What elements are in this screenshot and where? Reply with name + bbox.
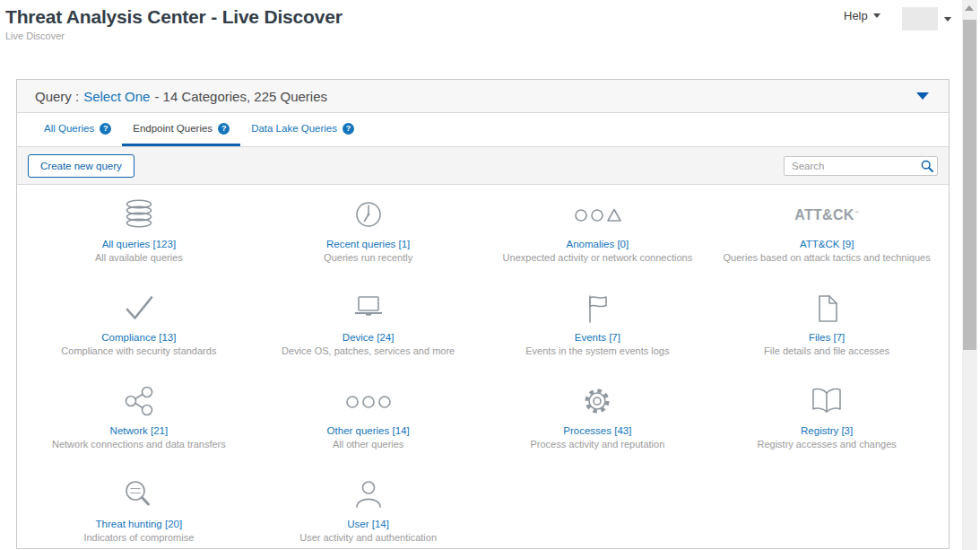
category-card-recent-queries[interactable]: Recent queries [1] Queries run recently: [254, 192, 483, 285]
threat-analysis-center-page: Threat Analysis Center - Live Discover L…: [0, 0, 980, 550]
category-description: Events in the system events logs: [483, 345, 713, 356]
category-description: Indicators of compromise: [24, 532, 254, 543]
category-label: User [14]: [254, 519, 483, 529]
select-one-link[interactable]: Select One: [83, 89, 150, 104]
search-box: [784, 156, 938, 176]
category-card-files[interactable]: Files [7] File details and file accesses: [712, 285, 941, 379]
query-summary: - 14 Categories, 225 Queries: [154, 89, 327, 104]
account-menu[interactable]: [902, 7, 951, 31]
query-toolbar: Create new query: [17, 146, 949, 185]
laptop-icon: [349, 291, 388, 327]
database-icon: [119, 197, 159, 233]
magnifier-code-icon: [119, 477, 159, 513]
account-name-box: [902, 7, 938, 31]
category-card-threat-hunting[interactable]: Threat hunting [20] Indicators of compro…: [24, 472, 254, 550]
category-card-events[interactable]: Events [7] Events in the system events l…: [483, 285, 713, 379]
attack-logo: ATT&CK™: [794, 207, 859, 223]
tab-endpoint-queries[interactable]: Endpoint Queries: [122, 113, 240, 146]
help-icon[interactable]: [343, 123, 354, 135]
category-label: Network [21]: [24, 425, 254, 436]
category-card-other-queries[interactable]: Other queries [14] All other queries: [254, 379, 483, 472]
help-label: Help: [844, 9, 868, 22]
chevron-down-icon: [873, 13, 880, 18]
query-prefix: Query :: [35, 89, 79, 104]
category-description: Network connections and data transfers: [24, 439, 254, 450]
category-description: Compliance with security standards: [24, 345, 254, 356]
category-description: File details and file accesses: [712, 345, 941, 356]
category-label: Recent queries [1]: [254, 239, 483, 249]
clock-icon: [349, 197, 388, 233]
category-label: Device [24]: [254, 332, 483, 343]
category-description: User activity and authentication: [254, 532, 483, 543]
help-menu[interactable]: Help: [844, 9, 880, 22]
category-label: All queries [123]: [24, 239, 254, 249]
anomalies-shapes-icon: [568, 197, 626, 233]
category-card-network[interactable]: Network [21] Network connections and dat…: [24, 379, 254, 472]
category-label: Events [7]: [483, 332, 713, 343]
category-description: All other queries: [254, 439, 483, 450]
search-input[interactable]: [784, 156, 938, 176]
category-description: All available queries: [24, 252, 254, 263]
checkmark-icon: [119, 291, 159, 327]
category-card-attack[interactable]: ATT&CK™ ATT&CK [9] Queries based on atta…: [712, 192, 941, 285]
category-card-registry[interactable]: Registry [3] Registry accesses and chang…: [712, 379, 941, 472]
category-label: Compliance [13]: [24, 332, 254, 343]
category-label: Files [7]: [712, 332, 941, 343]
category-card-anomalies[interactable]: Anomalies [0] Unexpected activity or net…: [483, 192, 713, 285]
gear-icon: [577, 384, 617, 420]
query-selection-panel: Query : Select One - 14 Categories, 225 …: [16, 79, 950, 549]
category-description: Queries based on attack tactics and tech…: [712, 252, 941, 263]
category-description: Queries run recently: [254, 252, 483, 263]
file-icon: [807, 291, 846, 327]
breadcrumb: Live Discover: [5, 31, 343, 41]
category-card-user[interactable]: User [14] User activity and authenticati…: [254, 472, 483, 550]
category-label: Processes [43]: [483, 425, 713, 436]
category-card-device[interactable]: Device [24] Device OS, patches, services…: [254, 285, 483, 379]
create-new-query-button[interactable]: Create new query: [28, 154, 134, 178]
page-header: Threat Analysis Center - Live Discover L…: [5, 6, 343, 41]
category-description: Registry accesses and changes: [712, 439, 941, 450]
category-label: Threat hunting [20]: [24, 519, 254, 529]
help-icon[interactable]: [100, 123, 111, 135]
three-circles-icon: [340, 384, 397, 420]
help-icon[interactable]: [218, 123, 230, 135]
category-label: Other queries [14]: [254, 425, 483, 436]
user-icon: [349, 477, 388, 513]
category-label: ATT&CK [9]: [712, 239, 941, 249]
category-label: Registry [3]: [712, 425, 941, 436]
scrollbar-thumb[interactable]: [963, 20, 976, 350]
query-tabs: All Queries Endpoint Queries Data Lake Q…: [17, 113, 949, 146]
category-description: Process activity and reputation: [483, 439, 713, 450]
search-icon[interactable]: [921, 160, 933, 172]
network-share-icon: [119, 384, 159, 420]
category-card-all-queries[interactable]: All queries [123] All available queries: [24, 192, 254, 285]
flag-icon: [577, 291, 617, 327]
category-card-processes[interactable]: Processes [43] Process activity and repu…: [483, 379, 713, 472]
query-bar[interactable]: Query : Select One - 14 Categories, 225 …: [17, 80, 949, 113]
page-title: Threat Analysis Center - Live Discover: [5, 6, 343, 28]
tab-all-queries[interactable]: All Queries: [33, 113, 122, 146]
chevron-down-icon: [944, 17, 951, 22]
scroll-up-icon[interactable]: [965, 5, 974, 11]
category-grid: All queries [123] All available queries …: [17, 185, 949, 550]
category-label: Anomalies [0]: [483, 239, 713, 249]
category-description: Device OS, patches, services and more: [254, 345, 483, 356]
tab-data-lake-queries[interactable]: Data Lake Queries: [240, 113, 365, 146]
open-book-icon: [807, 384, 846, 420]
category-card-compliance[interactable]: Compliance [13] Compliance with security…: [24, 285, 254, 379]
vertical-scrollbar[interactable]: [962, 0, 977, 550]
category-description: Unexpected activity or network connectio…: [483, 252, 713, 263]
collapse-panel-icon[interactable]: [916, 92, 929, 100]
